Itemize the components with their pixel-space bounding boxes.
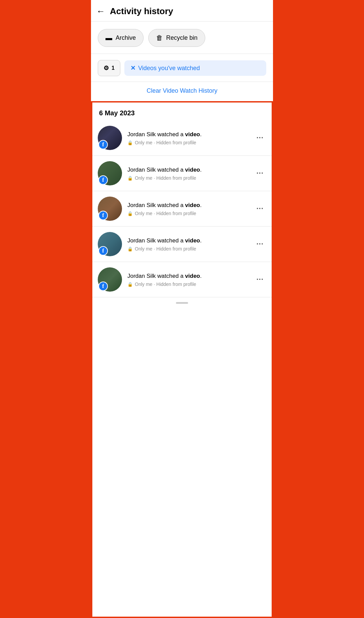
- recycle-bin-button[interactable]: 🗑 Recycle bin: [148, 29, 205, 47]
- activity-text-wrap: Jordan Silk watched a video. 🔒 Only me ·…: [127, 201, 248, 216]
- activity-meta: 🔒 Only me · Hidden from profile: [127, 282, 248, 287]
- facebook-badge: f: [98, 246, 108, 256]
- more-options-button[interactable]: ···: [254, 203, 266, 214]
- user-name: Jordan Silk: [127, 273, 156, 279]
- activity-bold: video: [185, 167, 200, 173]
- filter-chip-label: Videos you've watched: [138, 65, 200, 72]
- activity-bold: video: [185, 131, 200, 138]
- activity-period: .: [200, 167, 202, 173]
- user-name: Jordan Silk: [127, 131, 156, 138]
- activity-item: f Jordan Silk watched a video. 🔒 Only me…: [92, 191, 272, 227]
- recycle-bin-label: Recycle bin: [166, 34, 198, 41]
- activity-bold: video: [185, 273, 200, 279]
- facebook-badge: f: [98, 175, 108, 185]
- filter-count: 1: [112, 65, 115, 71]
- archive-icon: ▬: [105, 34, 112, 42]
- activity-period: .: [200, 273, 202, 279]
- activity-action: watched a: [157, 273, 185, 279]
- meta-text: Only me · Hidden from profile: [135, 246, 196, 252]
- archive-button[interactable]: ▬ Archive: [98, 29, 144, 47]
- more-options-button[interactable]: ···: [254, 132, 266, 144]
- activity-action: watched a: [157, 237, 185, 244]
- activity-bold: video: [185, 202, 200, 208]
- avatar-wrap: f: [98, 197, 122, 221]
- trash-icon: 🗑: [156, 34, 163, 42]
- more-options-button[interactable]: ···: [254, 238, 266, 250]
- page-title: Activity history: [110, 6, 173, 17]
- avatar-wrap: f: [98, 232, 122, 256]
- activity-action: watched a: [157, 131, 185, 138]
- activity-text-wrap: Jordan Silk watched a video. 🔒 Only me ·…: [127, 272, 248, 287]
- activity-meta: 🔒 Only me · Hidden from profile: [127, 175, 248, 181]
- date-header: 6 May 2023: [92, 102, 272, 120]
- lock-icon: 🔒: [127, 176, 133, 181]
- avatar-wrap: f: [98, 126, 122, 150]
- activity-text-wrap: Jordan Silk watched a video. 🔒 Only me ·…: [127, 166, 248, 181]
- activity-meta: 🔒 Only me · Hidden from profile: [127, 211, 248, 216]
- filter-icon: ⚙: [103, 64, 109, 72]
- user-name: Jordan Silk: [127, 237, 156, 244]
- clear-history-section: Clear Video Watch History: [91, 82, 273, 101]
- filter-toggle-button[interactable]: ⚙ 1: [98, 60, 120, 76]
- header: ← Activity history: [91, 0, 273, 22]
- activity-text: Jordan Silk watched a video.: [127, 237, 248, 245]
- activity-action: watched a: [157, 167, 185, 173]
- more-options-button[interactable]: ···: [254, 168, 266, 179]
- activity-period: .: [200, 237, 202, 244]
- activity-text-wrap: Jordan Silk watched a video. 🔒 Only me ·…: [127, 130, 248, 146]
- facebook-badge: f: [98, 140, 108, 149]
- activity-text-wrap: Jordan Silk watched a video. 🔒 Only me ·…: [127, 237, 248, 252]
- meta-text: Only me · Hidden from profile: [135, 211, 196, 216]
- action-buttons-row: ▬ Archive 🗑 Recycle bin: [91, 22, 273, 54]
- lock-icon: 🔒: [127, 246, 133, 252]
- facebook-badge: f: [98, 211, 108, 220]
- activity-meta: 🔒 Only me · Hidden from profile: [127, 140, 248, 145]
- activity-text: Jordan Silk watched a video.: [127, 166, 248, 174]
- back-button[interactable]: ←: [96, 6, 105, 17]
- activity-item: f Jordan Silk watched a video. 🔒 Only me…: [92, 227, 272, 262]
- activity-item: f Jordan Silk watched a video. 🔒 Only me…: [92, 156, 272, 191]
- more-options-button[interactable]: ···: [254, 274, 266, 285]
- user-name: Jordan Silk: [127, 167, 156, 173]
- meta-text: Only me · Hidden from profile: [135, 140, 196, 145]
- avatar-wrap: f: [98, 161, 122, 185]
- activity-item: f Jordan Silk watched a video. 🔒 Only me…: [92, 120, 272, 156]
- activity-text: Jordan Silk watched a video.: [127, 130, 248, 139]
- activity-period: .: [200, 202, 202, 208]
- avatar-wrap: f: [98, 267, 122, 292]
- activity-meta: 🔒 Only me · Hidden from profile: [127, 246, 248, 252]
- activity-action: watched a: [157, 202, 185, 208]
- scroll-indicator: [176, 302, 188, 304]
- close-filter-icon[interactable]: ✕: [130, 64, 135, 72]
- activity-period: .: [200, 131, 202, 138]
- meta-text: Only me · Hidden from profile: [135, 282, 196, 287]
- activity-text: Jordan Silk watched a video.: [127, 272, 248, 280]
- filter-row: ⚙ 1 ✕ Videos you've watched: [91, 54, 273, 82]
- lock-icon: 🔒: [127, 211, 133, 216]
- activity-list: f Jordan Silk watched a video. 🔒 Only me…: [92, 120, 272, 297]
- bottom-indicator: [92, 297, 272, 307]
- meta-text: Only me · Hidden from profile: [135, 175, 196, 181]
- activity-item: f Jordan Silk watched a video. 🔒 Only me…: [92, 262, 272, 297]
- archive-label: Archive: [116, 34, 136, 41]
- app-container: ← Activity history ▬ Archive 🗑 Recycle b…: [91, 0, 273, 618]
- activity-bold: video: [185, 237, 200, 244]
- clear-video-watch-history-link[interactable]: Clear Video Watch History: [147, 87, 217, 94]
- videos-watched-filter-chip[interactable]: ✕ Videos you've watched: [124, 60, 266, 76]
- user-name: Jordan Silk: [127, 202, 156, 208]
- facebook-badge: f: [98, 282, 108, 291]
- activity-list-section: 6 May 2023 f Jordan Silk watched a video…: [91, 101, 273, 618]
- activity-text: Jordan Silk watched a video.: [127, 201, 248, 209]
- lock-icon: 🔒: [127, 140, 133, 145]
- lock-icon: 🔒: [127, 282, 133, 287]
